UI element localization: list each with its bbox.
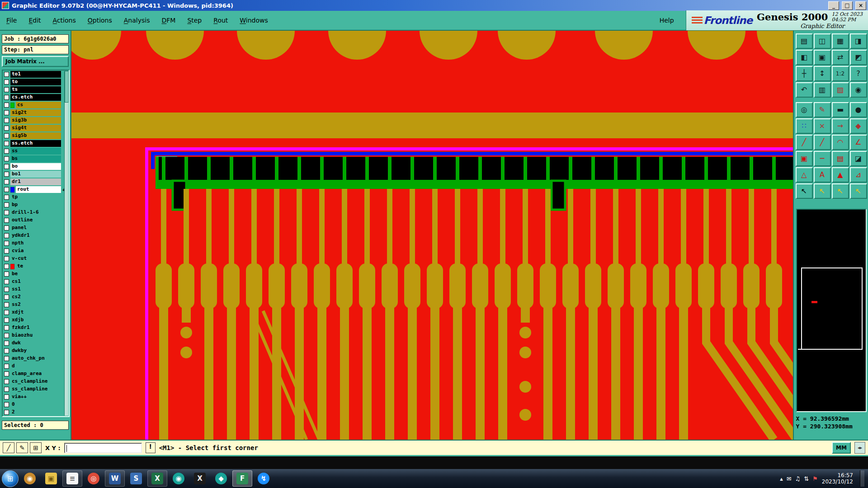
dual-view-icon[interactable]: ◫ bbox=[814, 33, 831, 49]
show-desktop-button[interactable] bbox=[860, 470, 864, 487]
split-left-icon[interactable]: ◧ bbox=[796, 50, 813, 65]
layer-checkbox-ss_clampline[interactable] bbox=[4, 387, 9, 392]
taskbar-app-notepad[interactable]: ≡ bbox=[62, 470, 82, 487]
layer-label-cs2[interactable]: cs2 bbox=[10, 294, 61, 300]
layer-checkbox-bo1[interactable] bbox=[4, 172, 9, 177]
grid-columns-icon[interactable]: ▥ bbox=[814, 82, 831, 98]
taskbar-app-capture[interactable]: ◉ bbox=[169, 470, 189, 487]
layer-checkbox-via++[interactable] bbox=[4, 394, 9, 399]
units-button[interactable]: MM bbox=[832, 442, 851, 454]
layer-checkbox-ss[interactable] bbox=[4, 149, 9, 154]
layer-label-cs[interactable]: cs bbox=[16, 102, 61, 108]
table-tool-icon[interactable]: ▤ bbox=[832, 151, 849, 166]
matrix-view-icon[interactable]: ▦ bbox=[832, 33, 849, 49]
layer-label-to1[interactable]: to1 bbox=[10, 71, 61, 78]
taskbar-app-filezilla[interactable]: F bbox=[232, 470, 252, 487]
tray-mail-icon[interactable]: ✉ bbox=[787, 475, 792, 482]
cmd-tool-note-icon[interactable]: ✎ bbox=[16, 442, 28, 453]
layer-checkbox-v-cut[interactable] bbox=[4, 256, 9, 261]
close-button[interactable]: × bbox=[855, 1, 866, 10]
layer-label-fzkdr1[interactable]: fzkdr1 bbox=[10, 324, 61, 331]
layer-label-to[interactable]: to bbox=[10, 79, 61, 85]
layer-checkbox-ss1[interactable] bbox=[4, 287, 9, 292]
layer-label-ss_clampline[interactable]: ss_clampline bbox=[10, 386, 61, 393]
layer-label-d[interactable]: d bbox=[10, 363, 61, 370]
layer-label-panel[interactable]: panel bbox=[10, 225, 61, 231]
layer-checkbox-npth[interactable] bbox=[4, 241, 9, 246]
layer-label-ss.etch[interactable]: ss.etch bbox=[10, 140, 61, 147]
taskbar-clock[interactable]: 16:57 2023/10/12 bbox=[822, 472, 853, 485]
layer-checkbox-cs_clampline[interactable] bbox=[4, 379, 9, 384]
layer-checkbox-bp[interactable] bbox=[4, 202, 9, 207]
layer-label-2[interactable]: 2 bbox=[10, 409, 61, 416]
layer-label-0[interactable]: 0 bbox=[10, 401, 61, 408]
layer-label-dwkby[interactable]: dwkby bbox=[10, 347, 61, 354]
layer-label-ss2[interactable]: ss2 bbox=[10, 301, 61, 308]
menu-analysis[interactable]: Analysis bbox=[124, 17, 150, 24]
crosshair-icon[interactable]: ┼ bbox=[796, 66, 813, 81]
layer-checkbox-cvia[interactable] bbox=[4, 249, 9, 253]
menu-step[interactable]: Step bbox=[187, 17, 202, 24]
report-icon[interactable]: ▤ bbox=[796, 33, 813, 49]
layer-label-cs1[interactable]: cs1 bbox=[10, 278, 61, 285]
cmd-tool-grid-icon[interactable]: ⊞ bbox=[30, 442, 42, 453]
layer-checkbox-dr1[interactable] bbox=[4, 179, 9, 184]
statusbar-grip[interactable]: ◂▸ bbox=[854, 442, 865, 454]
previous-view-icon[interactable]: ↶ bbox=[796, 82, 813, 98]
layer-checkbox-to1[interactable] bbox=[4, 72, 9, 77]
layer-checkbox-ydkdr1[interactable] bbox=[4, 233, 9, 238]
layer-checkbox-2[interactable] bbox=[4, 410, 9, 415]
menu-edit[interactable]: Edit bbox=[28, 17, 41, 24]
cursor-arrow-icon[interactable]: ↖ bbox=[796, 183, 813, 199]
node-tool-icon[interactable]: ◆ bbox=[850, 118, 867, 134]
fit-vertical-icon[interactable]: ↕ bbox=[814, 66, 831, 81]
taskbar-app-meeting[interactable]: ◆ bbox=[211, 470, 231, 487]
layer-checkbox-rout[interactable] bbox=[4, 187, 9, 192]
corner-fill-icon[interactable]: ◪ bbox=[850, 151, 867, 166]
layer-label-ts[interactable]: ts bbox=[10, 86, 61, 93]
tray-flag-icon[interactable]: ⚑ bbox=[812, 475, 818, 482]
query-icon[interactable]: ? bbox=[850, 66, 867, 81]
layer-checkbox-cs2[interactable] bbox=[4, 295, 9, 300]
layer-checkbox-clamp_area[interactable] bbox=[4, 371, 9, 376]
layer-label-drill-1-6[interactable]: drill-1-6 bbox=[10, 209, 61, 216]
delete-tool-icon[interactable]: × bbox=[814, 118, 831, 134]
layer-label-cs_clampline[interactable]: cs_clampline bbox=[10, 378, 61, 385]
layer-checkbox-tp[interactable] bbox=[4, 195, 9, 200]
start-button[interactable]: ⊞ bbox=[2, 470, 19, 487]
layer-label-rout[interactable]: rout bbox=[16, 186, 61, 193]
layer-label-cs.etch[interactable]: cs.etch bbox=[10, 94, 61, 101]
layer-label-bs[interactable]: bs bbox=[10, 155, 61, 162]
layer-label-ydkdr1[interactable]: ydkdr1 bbox=[10, 232, 61, 239]
zoom-ratio-button[interactable]: 1:2 bbox=[832, 66, 849, 81]
layer-checkbox-ss.etch[interactable] bbox=[4, 141, 9, 146]
layer-checkbox-dwk[interactable] bbox=[4, 341, 9, 346]
cmd-tool-measure-icon[interactable]: ╱ bbox=[3, 442, 14, 453]
wedge-tool-icon[interactable]: ⊿ bbox=[850, 167, 867, 183]
layer-checkbox-cs.etch[interactable] bbox=[4, 95, 9, 100]
job-matrix-button[interactable]: Job Matrix ... bbox=[2, 56, 69, 67]
split-right-icon[interactable]: ◨ bbox=[850, 33, 867, 49]
xy-input[interactable] bbox=[64, 443, 142, 453]
taskbar-app-thunder[interactable]: ↯ bbox=[254, 470, 274, 487]
layer-label-v-cut[interactable]: v-cut bbox=[10, 255, 61, 262]
menu-rout[interactable]: Rout bbox=[213, 17, 228, 24]
tray-volume-icon[interactable]: ♫ bbox=[795, 475, 801, 482]
triangle-fill-icon[interactable]: ▲ bbox=[832, 167, 849, 183]
layer-checkbox-sig4t[interactable] bbox=[4, 126, 9, 131]
cursor-pick-icon[interactable]: ↖ bbox=[832, 183, 849, 199]
taskbar-app-word[interactable]: W bbox=[105, 470, 125, 487]
alert-button[interactable]: ! bbox=[146, 442, 156, 453]
layer-label-dr1[interactable]: dr1 bbox=[10, 178, 61, 185]
layer-checkbox-bo[interactable] bbox=[4, 164, 9, 169]
taskbar-app-files[interactable]: ▣ bbox=[41, 470, 61, 487]
layer-label-cvia[interactable]: cvia bbox=[10, 248, 61, 254]
layer-label-tp[interactable]: tp bbox=[10, 194, 61, 201]
layer-label-xdjb[interactable]: xdjb bbox=[10, 317, 61, 324]
layer-checkbox-dwkby[interactable] bbox=[4, 348, 9, 353]
red-line-alt-icon[interactable]: ╱ bbox=[814, 135, 831, 150]
layer-checkbox-to[interactable] bbox=[4, 80, 9, 84]
pattern-fill-icon[interactable]: ∷ bbox=[796, 118, 813, 134]
layer-label-sig2t[interactable]: sig2t bbox=[10, 109, 61, 116]
hatch-view-icon[interactable]: ▨ bbox=[832, 82, 849, 98]
